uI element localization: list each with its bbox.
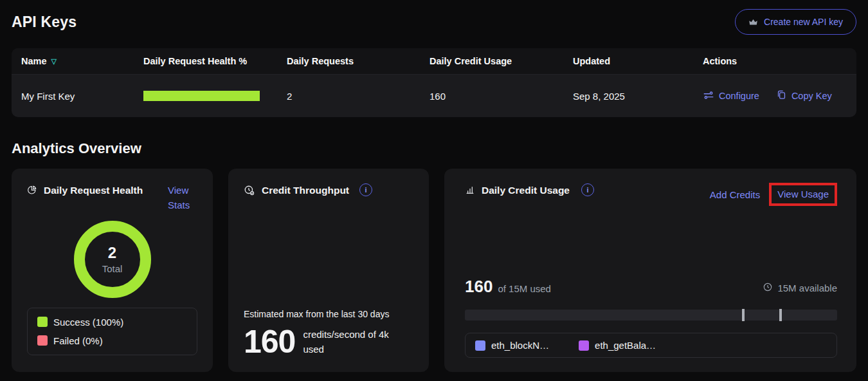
daily-credit-usage-card: Daily Credit Usage i Add Credits View Us… xyxy=(444,169,856,372)
health-cell xyxy=(143,91,287,101)
table-header: Name ▽ Daily Request Health % Daily Requ… xyxy=(12,48,856,74)
requests-cell: 2 xyxy=(287,91,429,102)
health-donut-chart: 2 Total xyxy=(74,221,151,298)
throughput-card-title: Credit Throughput xyxy=(262,183,349,198)
api-keys-table: Name ▽ Daily Request Health % Daily Requ… xyxy=(12,48,856,117)
blocknumber-label: eth_blockN… xyxy=(491,340,549,351)
usage-title-group: Daily Credit Usage i xyxy=(465,183,594,198)
usage-available: 15M available xyxy=(763,282,837,294)
copy-key-button[interactable]: Copy Key xyxy=(776,89,832,103)
dashboard-page: API Keys Create new API key Name ▽ Daily… xyxy=(0,0,868,372)
health-card-header: Daily Request Health View Stats xyxy=(27,183,197,213)
blocknumber-swatch xyxy=(475,340,485,351)
legend-item-success: Success (100%) xyxy=(37,317,187,328)
usage-links: Add Credits View Usage xyxy=(710,183,837,206)
configure-label: Configure xyxy=(719,91,759,101)
failed-label: Failed (0%) xyxy=(53,335,103,346)
health-card-title: Daily Request Health xyxy=(44,183,161,198)
throughput-value: 160 xyxy=(244,326,295,358)
copy-icon xyxy=(776,89,787,102)
throughput-suffix: credits/second of 4k used xyxy=(303,327,406,357)
add-credits-link[interactable]: Add Credits xyxy=(710,189,760,200)
top-bar: API Keys Create new API key xyxy=(12,0,856,35)
getbalance-swatch xyxy=(579,340,589,351)
view-stats-link[interactable]: View Stats xyxy=(168,183,197,213)
progress-tick xyxy=(742,309,745,321)
column-header-name[interactable]: Name ▽ xyxy=(21,56,143,66)
view-usage-link[interactable]: View Usage xyxy=(777,189,829,200)
create-api-key-button[interactable]: Create new API key xyxy=(735,9,856,35)
daily-request-health-card: Daily Request Health View Stats 2 Total … xyxy=(12,169,213,372)
column-header-updated: Updated xyxy=(573,56,703,66)
clock-icon xyxy=(763,282,773,294)
legend-item-getbalance: eth_getBala… xyxy=(579,340,656,351)
table-row: My First Key 2 160 Sep 8, 2025 Configure… xyxy=(12,74,856,117)
throughput-card-header: Credit Throughput i xyxy=(244,183,413,198)
credit-usage-cell: 160 xyxy=(429,91,573,102)
page-title: API Keys xyxy=(12,14,77,31)
key-name-cell: My First Key xyxy=(21,91,143,102)
getbalance-label: eth_getBala… xyxy=(595,340,656,351)
copy-key-label: Copy Key xyxy=(791,91,832,101)
health-legend: Success (100%) Failed (0%) xyxy=(27,308,197,355)
crown-icon xyxy=(748,17,758,27)
throughput-value-row: 160 credits/second of 4k used xyxy=(244,326,413,358)
legend-item-blocknumber: eth_blockN… xyxy=(475,340,549,351)
legend-item-failed: Failed (0%) xyxy=(37,335,187,346)
annotation-highlight-box: View Usage xyxy=(769,183,837,206)
usage-info-icon[interactable]: i xyxy=(581,183,594,196)
pie-chart-icon xyxy=(27,185,37,195)
available-label: 15M available xyxy=(777,283,837,293)
column-header-requests: Daily Requests xyxy=(287,56,429,66)
usage-legend: eth_blockN… eth_getBala… xyxy=(465,333,837,358)
column-header-credit-usage: Daily Credit Usage xyxy=(429,56,573,66)
donut-total-value: 2 xyxy=(108,244,116,262)
sliders-icon xyxy=(703,89,714,103)
failed-swatch xyxy=(37,335,48,346)
gauge-icon xyxy=(244,185,255,196)
actions-cell: Configure Copy Key xyxy=(703,89,847,103)
throughput-subtitle: Estimated max from the last 30 days xyxy=(244,309,413,319)
analytics-title: Analytics Overview xyxy=(12,140,856,157)
health-bar xyxy=(143,91,260,101)
progress-tick xyxy=(779,309,782,321)
name-header-label: Name xyxy=(21,56,47,66)
column-header-health: Daily Request Health % xyxy=(143,56,287,66)
success-label: Success (100%) xyxy=(53,317,123,328)
bar-chart-icon xyxy=(465,185,475,195)
updated-cell: Sep 8, 2025 xyxy=(573,91,703,102)
column-header-actions: Actions xyxy=(703,56,847,66)
usage-stats-row: 160 of 15M used 15M available xyxy=(465,277,837,297)
success-swatch xyxy=(37,317,48,327)
sort-chevron-icon: ▽ xyxy=(51,58,57,65)
usage-progress-bar xyxy=(465,310,837,321)
credit-throughput-card: Credit Throughput i Estimated max from t… xyxy=(228,169,429,372)
throughput-info-icon[interactable]: i xyxy=(359,183,372,196)
configure-button[interactable]: Configure xyxy=(703,89,759,103)
usage-card-header: Daily Credit Usage i Add Credits View Us… xyxy=(465,183,837,206)
donut-total-label: Total xyxy=(102,263,123,274)
usage-used-value: 160 xyxy=(465,277,493,297)
analytics-cards: Daily Request Health View Stats 2 Total … xyxy=(12,169,856,372)
create-api-key-label: Create new API key xyxy=(764,17,843,27)
usage-card-title: Daily Credit Usage xyxy=(482,183,570,198)
usage-used-label: of 15M used xyxy=(498,283,551,294)
